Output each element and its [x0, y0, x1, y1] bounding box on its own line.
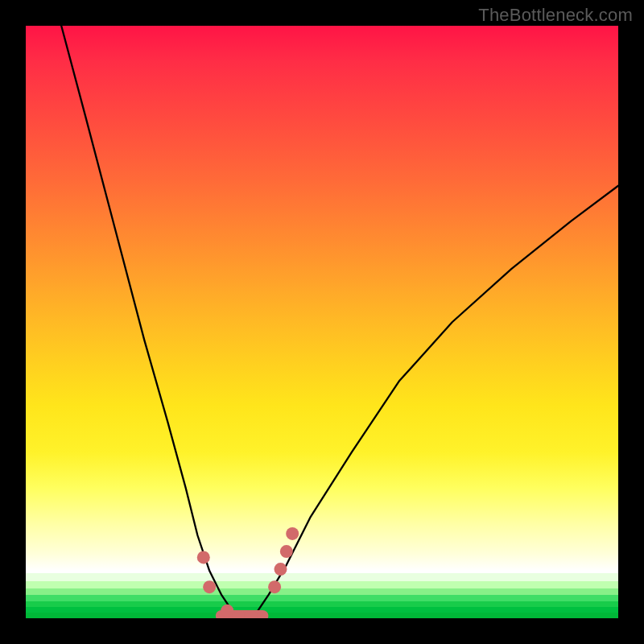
plot-area — [26, 26, 618, 618]
watermark-text: TheBottleneck.com — [478, 5, 633, 26]
valley-dot — [268, 580, 281, 593]
curve-layer — [26, 26, 618, 618]
valley-dot — [203, 580, 216, 593]
chart-frame: TheBottleneck.com — [0, 0, 644, 644]
valley-dot — [197, 551, 210, 564]
valley-dot — [274, 563, 287, 576]
valley-dot — [280, 545, 293, 558]
bottleneck-curve — [61, 26, 618, 618]
valley-dot — [221, 605, 233, 617]
valley-dot — [286, 527, 299, 540]
